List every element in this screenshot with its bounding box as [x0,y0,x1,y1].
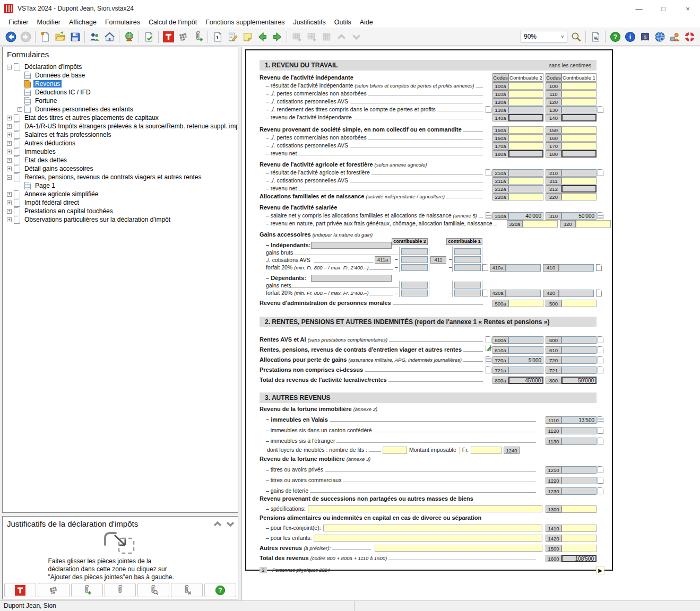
attachment-doc-icon[interactable] [598,466,603,473]
home-button[interactable] [102,29,117,44]
attachment-doc-icon[interactable] [598,487,603,494]
menu-item-5[interactable]: Calcul de l'impôt [144,18,201,27]
book-button[interactable]: $ [637,29,652,44]
attachment-doc-icon[interactable] [596,290,602,296]
field-100a[interactable] [508,82,543,90]
field-100[interactable] [561,82,597,90]
vstax-button[interactable] [161,29,176,44]
attachment-doc-filled-icon[interactable] [486,212,491,219]
clip-button[interactable] [105,583,136,597]
expand-icon[interactable]: + [7,116,12,120]
minimize-button[interactable]: — [627,0,651,17]
field-220a[interactable] [508,193,543,200]
attachment-doc-icon[interactable] [598,366,603,373]
field-211[interactable] [561,177,597,185]
sidebar-item-12[interactable]: +Etat des dettes [5,156,237,164]
sidebar-item-15[interactable]: Page 1 [5,181,237,190]
doc-pct-button[interactable]: % [588,29,603,44]
sidebar-item-9[interactable]: +Salaires et frais professionnels [5,130,237,139]
clip-add-button[interactable] [191,29,205,44]
page-one-button[interactable]: 1 [210,29,225,44]
expand-icon[interactable]: + [18,107,22,112]
expand-icon[interactable]: + [7,141,12,146]
text-input-1410[interactable] [323,525,542,531]
expand-icon[interactable]: + [7,209,12,214]
field-1500[interactable] [561,545,597,552]
save-button[interactable] [67,29,82,44]
sidebar-item-4[interactable]: Déductions IC / IFD [5,88,237,97]
attachment-doc-icon[interactable] [598,427,603,434]
attachment-doc-icon[interactable] [482,264,488,271]
sidebar-item-13[interactable]: +Détail gains accessoires [5,164,237,173]
attachment-doc-icon[interactable] [598,336,603,343]
attachment-doc-icon[interactable] [598,169,603,176]
sidebar-item-2[interactable]: Données de base [5,71,237,80]
field-160[interactable] [561,134,597,142]
vstax-button[interactable] [4,583,36,597]
next-page-button[interactable]: ▶ [596,566,604,574]
sidebar-item-6[interactable]: +Données personnelles des enfants [5,105,237,114]
sidebar-item-3[interactable]: Revenus [5,80,237,88]
menu-item-8[interactable]: Outils [330,18,356,27]
field-220[interactable] [561,193,597,200]
field-211a[interactable] [508,177,543,185]
field-500a[interactable] [508,300,543,307]
back-button[interactable] [3,29,18,44]
expand-icon[interactable]: + [7,167,12,171]
menu-item-3[interactable]: Affichage [65,18,101,27]
collapse-icon[interactable]: − [7,65,12,69]
field-160a[interactable] [508,134,543,142]
attachment-doc-icon[interactable] [486,366,491,373]
scan-button[interactable] [176,29,191,44]
attachment-doc-filled-icon[interactable] [486,356,491,363]
expand-icon[interactable]: + [7,150,12,154]
field-150[interactable] [561,126,597,134]
menu-item-2[interactable]: Modifier [33,18,65,27]
nav-right-button[interactable] [270,29,284,44]
sidebar-item-19[interactable]: +Observations particulières sur la décla… [5,215,237,224]
chevron-up-icon[interactable] [212,520,223,528]
attachment-doc-filled-icon[interactable] [598,212,603,219]
gains-dep-nature-input[interactable] [311,275,392,282]
menu-item-1[interactable]: Fichier [4,18,33,27]
globe-button[interactable]: ! [652,29,667,44]
field-170a[interactable] [508,142,543,150]
expand-icon[interactable]: + [7,200,12,205]
field-lits[interactable] [383,447,407,454]
lifebuoy-button[interactable] [682,29,697,44]
menu-item-6[interactable]: Fonctions supplémentaires [201,18,289,27]
expand-icon[interactable]: + [7,158,12,163]
magnifier-button[interactable] [568,29,583,44]
field-1410[interactable] [561,525,597,532]
sidebar-item-11[interactable]: +Immeubles [5,147,237,156]
expand-icon[interactable]: + [7,217,12,222]
attachment-doc-icon[interactable] [596,264,602,271]
attachment-doc-icon[interactable] [482,290,488,296]
expand-icon[interactable]: + [7,124,12,129]
scan-button[interactable] [38,583,70,597]
field-150a[interactable] [508,126,543,134]
sidebar-item-14[interactable]: −Rentes, pensions, revenus de contrats v… [5,173,237,181]
field-320[interactable] [576,220,611,228]
text-input-1300[interactable] [308,505,542,512]
nav-left-button[interactable] [255,29,270,44]
sidebar-item-1[interactable]: −Déclaration d'impôts [5,63,237,71]
text-input-1420[interactable] [314,535,542,542]
chevron-down-icon[interactable] [225,520,236,528]
help-button[interactable]: ? [608,29,623,44]
attachment-doc-icon[interactable] [486,106,491,113]
text-input-1500[interactable] [375,545,542,552]
field-montant[interactable] [471,447,502,454]
sidebar-item-5[interactable]: Fortune [5,97,237,105]
attachment-doc-icon[interactable] [598,106,603,113]
collapse-icon[interactable]: − [7,175,12,180]
zoom-select[interactable]: 90%∨ [521,31,567,42]
contact-button[interactable] [667,29,682,44]
menu-item-4[interactable]: Formulaires [101,18,144,27]
users-button[interactable] [87,29,102,44]
attachment-doc-icon[interactable] [486,169,491,176]
doc-edit-button[interactable] [225,29,240,44]
expand-icon[interactable]: + [7,133,12,137]
field-110[interactable] [561,90,597,98]
sidebar-item-7[interactable]: +Etat des titres et autres placements de… [5,114,237,122]
